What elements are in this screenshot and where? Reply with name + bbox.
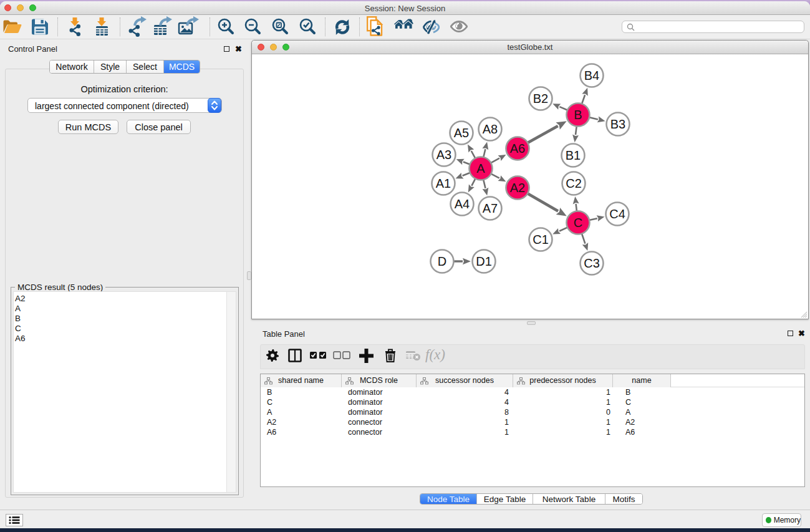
svg-text:A4: A4 — [455, 197, 470, 211]
svg-text:A8: A8 — [483, 122, 498, 136]
svg-text:A: A — [476, 162, 485, 175]
svg-text:C2: C2 — [566, 177, 582, 190]
svg-text:B1: B1 — [566, 148, 581, 162]
svg-text:C1: C1 — [533, 233, 549, 246]
svg-text:C4: C4 — [609, 207, 625, 221]
svg-text:B3: B3 — [610, 117, 625, 131]
svg-text:A3: A3 — [436, 148, 451, 162]
svg-text:A2: A2 — [510, 181, 525, 195]
svg-text:A1: A1 — [436, 177, 451, 190]
svg-text:C3: C3 — [584, 256, 600, 270]
svg-text:B: B — [574, 108, 582, 122]
svg-text:D: D — [438, 254, 446, 268]
svg-text:B2: B2 — [533, 92, 548, 105]
svg-text:A5: A5 — [454, 126, 469, 140]
svg-text:f(x): f(x) — [425, 347, 445, 362]
svg-text:A7: A7 — [483, 201, 498, 215]
svg-text:A6: A6 — [510, 142, 525, 155]
svg-text:C: C — [574, 216, 582, 230]
svg-text:B4: B4 — [584, 69, 599, 82]
svg-text:D1: D1 — [476, 254, 492, 268]
